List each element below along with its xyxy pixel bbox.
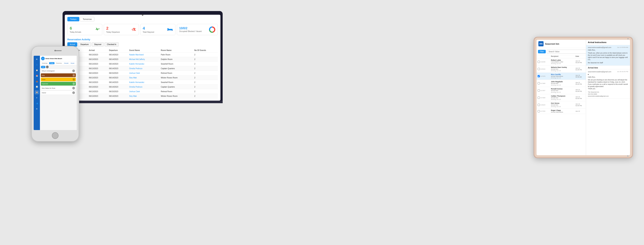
list-item[interactable]: #15444 Melanie Baer Keeley Arrival time … bbox=[536, 66, 586, 73]
email-arrival-instructions[interactable]: seacrestinncatalina@gmail.com Jun 13 09:… bbox=[586, 45, 630, 66]
cell-arrival: 06/13/2023 bbox=[88, 84, 108, 89]
table-row: #7872 06/13/2023 06/14/2023 Omelia Pedro… bbox=[67, 66, 218, 71]
list-item[interactable]: #16258 Robert Lyles Cancellation Letter … bbox=[536, 58, 586, 66]
table-row: #7736 06/13/2023 06/15/2023 Joshua Clark… bbox=[67, 89, 218, 94]
email-date-cell: Jun 13 bbox=[576, 60, 585, 62]
row-checkbox[interactable] bbox=[538, 75, 540, 77]
res-tab-checkedin[interactable]: Checked In bbox=[104, 42, 119, 46]
row-checkbox[interactable] bbox=[538, 61, 540, 63]
status-clean[interactable]: Clean 3 bbox=[41, 78, 76, 81]
status-dirty-unassigned[interactable]: Dirty & UnAssigned 0 bbox=[41, 69, 76, 73]
occupancy-chart bbox=[209, 26, 216, 33]
recipient-name: Robert Lyles bbox=[551, 59, 573, 61]
laptop-screen: Todays Tomorrow 6 Today Arrivals bbox=[65, 15, 220, 100]
row-checkbox[interactable] bbox=[538, 90, 540, 92]
status-dirty[interactable]: Dirty 2 bbox=[41, 74, 76, 77]
list-item[interactable]: #17557 Ronald Gomez Arrival time Arrivin… bbox=[536, 87, 586, 94]
row-checkbox[interactable] bbox=[538, 96, 540, 99]
stayover-label: Total Stayover bbox=[143, 31, 154, 33]
sidebar-icon-reservations[interactable]: 📋 bbox=[35, 68, 39, 72]
phone-tab-yesterday[interactable]: Yesterday bbox=[41, 62, 48, 64]
list-item[interactable]: #17093 Roger Clapp Arrival Instructions … bbox=[536, 108, 586, 114]
status-new-rose[interactable]: New Status for Rose 1 bbox=[41, 86, 76, 90]
sidebar-icon-housekeeping[interactable]: 🏠 bbox=[35, 90, 39, 94]
phone-all-row: All 51 bbox=[40, 65, 77, 69]
tab-todays[interactable]: Todays bbox=[67, 17, 79, 21]
table-row: #7955 06/13/2023 06/14/2023 Natalie Marc… bbox=[67, 52, 218, 57]
cell-guests: 2 bbox=[193, 76, 218, 80]
cell-departure: 06/14/2023 bbox=[108, 80, 128, 84]
stat-departures: 2 Today Departure bbox=[104, 24, 139, 35]
cell-arrival: 06/13/2023 bbox=[88, 62, 108, 66]
row-checkbox[interactable] bbox=[538, 68, 540, 70]
recipient-sub: Arrival time bbox=[551, 68, 573, 70]
recipient-sub: Arrival Instructions bbox=[551, 111, 573, 113]
recipient-name: John Regalado bbox=[551, 81, 573, 82]
sidebar-icon-crm[interactable]: 👥 bbox=[35, 101, 39, 106]
cell-guests: 2 bbox=[193, 52, 218, 57]
cell-guests: 2 bbox=[193, 66, 218, 71]
cell-room: Retreat Room bbox=[160, 71, 193, 76]
list-item[interactable]: #17985 John Regalado Arrival time Arrivi… bbox=[536, 80, 586, 87]
phone-camera bbox=[54, 50, 56, 51]
sidebar-icon-more[interactable]: ⚙ bbox=[35, 107, 39, 111]
col-recipient: Recipient bbox=[550, 54, 574, 58]
phone-home-button[interactable] bbox=[52, 132, 58, 139]
email-arrival-time[interactable]: seacrestinncatalina@gmail.com Jun 06 06:… bbox=[586, 69, 630, 99]
stat-arrivals: 6 Today Arrivals bbox=[67, 24, 102, 35]
cell-guest: Joshua Clark bbox=[128, 89, 160, 94]
row-checkbox[interactable] bbox=[538, 82, 540, 84]
cell-arrival: 06/13/2023 bbox=[88, 76, 108, 80]
cell-arrival: 06/13/2023 bbox=[88, 89, 108, 94]
res-tab-departure[interactable]: Departure bbox=[78, 42, 91, 46]
cell-guests: 2 bbox=[193, 57, 218, 62]
email-date-cell: Jun 12 bbox=[576, 89, 585, 90]
tablet-home-button[interactable] bbox=[627, 155, 628, 157]
email-date-cell: Jun 12 bbox=[576, 110, 585, 112]
table-row: #7349 06/13/2023 06/14/2023 Siey Mak Wic… bbox=[67, 76, 218, 80]
cell-room: Seashell Room bbox=[160, 62, 193, 66]
res-tab-stayover[interactable]: Stayover bbox=[92, 42, 104, 46]
recipient-name: Rico Carrillo bbox=[551, 74, 573, 76]
status-label-clean: Clean bbox=[42, 79, 46, 80]
sidebar-icon-guest[interactable]: 👤 bbox=[35, 63, 39, 67]
cell-guests: 2 bbox=[193, 62, 218, 66]
arrivals-number: 6 bbox=[70, 26, 81, 31]
status-inspected[interactable]: Inspected 2 bbox=[41, 82, 76, 86]
phone-tab-today[interactable]: Today bbox=[49, 62, 54, 64]
arriving-date: Arriving Jun 30 bbox=[551, 63, 573, 64]
cell-departure: 06/14/2023 bbox=[108, 52, 128, 57]
sidebar-icon-reports[interactable]: 📊 bbox=[35, 85, 39, 89]
filter-button[interactable]: Filter bbox=[538, 50, 546, 53]
cell-departure: 06/15/2023 bbox=[108, 89, 128, 94]
cell-departure: 06/15/2023 bbox=[108, 71, 128, 76]
email-from-2: seacrestinncatalina@gmail.com bbox=[588, 71, 611, 73]
sidebar-icon-calendar[interactable]: 📅 bbox=[35, 74, 39, 78]
bed-icon bbox=[167, 27, 173, 32]
phone-tab-tomorrow[interactable]: Tomorrow bbox=[55, 62, 63, 64]
sidebar-icon-dashboard[interactable]: ⊞ bbox=[35, 57, 39, 61]
row-checkbox[interactable] bbox=[538, 104, 540, 106]
table-row: #7912 06/13/2023 06/14/2023 Michael McCa… bbox=[67, 57, 218, 62]
cell-arrival: 06/13/2023 bbox=[88, 80, 108, 84]
status-owner[interactable]: Owner 1 bbox=[41, 91, 76, 95]
laptop-camera bbox=[142, 14, 143, 16]
status-count-owner: 1 bbox=[72, 92, 75, 94]
stat-occupied: 10/0/2 Occupied/ Blocked / Vacant bbox=[177, 24, 218, 35]
col-guests: No Of Guests bbox=[193, 48, 218, 52]
sidebar-icon-ota[interactable]: ✈ bbox=[35, 96, 39, 100]
list-item[interactable]: #15625 Ken Sessa Arrival time Arriving J… bbox=[536, 101, 586, 108]
status-label-dirty-unassigned: Dirty & UnAssigned bbox=[42, 70, 54, 72]
cell-room: Captain Quarters bbox=[160, 84, 193, 89]
phone-all-pill[interactable]: All bbox=[41, 66, 46, 68]
list-item[interactable]: #17678 Rico Carrillo Arrival Instruction… bbox=[536, 73, 586, 80]
stats-row: 6 Today Arrivals 2 Today Departure bbox=[67, 24, 218, 35]
tab-tomorrow[interactable]: Tomorrow bbox=[80, 17, 94, 21]
row-checkbox[interactable] bbox=[538, 110, 540, 112]
laptop-device: Todays Tomorrow 6 Today Arrivals bbox=[62, 11, 223, 103]
cell-guests: 2 bbox=[193, 71, 218, 76]
cell-room: Palm Room bbox=[160, 52, 193, 57]
tablet-camera bbox=[628, 38, 628, 39]
list-item[interactable]: #17909 Caitlyn Thompson Arrival time Arr… bbox=[536, 94, 586, 101]
sidebar-icon-inbox[interactable]: 📥 bbox=[35, 79, 39, 83]
